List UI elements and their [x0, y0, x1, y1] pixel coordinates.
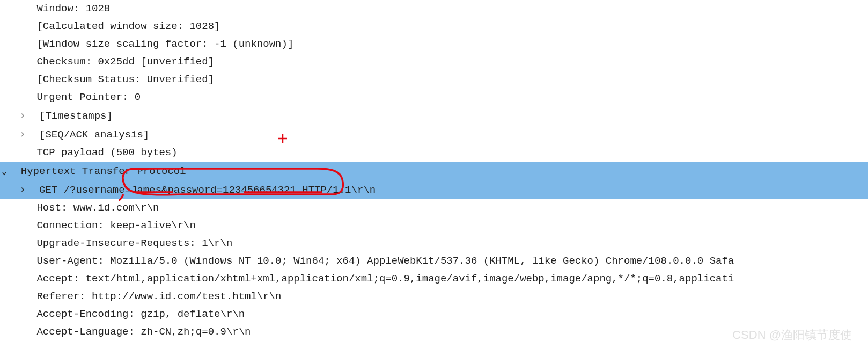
field-http-user-agent[interactable]: User-Agent: Mozilla/5.0 (Windows NT 10.0… — [0, 252, 868, 270]
field-calc-window[interactable]: [Calculated window size: 1028] — [0, 18, 868, 35]
field-http-referer[interactable]: Referer: http://www.id.com/test.html\r\n — [0, 288, 868, 306]
field-http-connection[interactable]: Connection: keep-alive\r\n — [0, 217, 868, 235]
field-http-upgrade-insecure[interactable]: Upgrade-Insecure-Requests: 1\r\n — [0, 235, 868, 252]
field-checksum-status[interactable]: [Checksum Status: Unverified] — [0, 71, 868, 89]
field-http-host[interactable]: Host: www.id.com\r\n — [0, 199, 868, 217]
field-seq-ack[interactable]: › [SEQ/ACK analysis] — [0, 125, 868, 144]
chevron-right-icon[interactable]: › — [18, 125, 27, 143]
packet-details-pane: { "tcp": { "window": "Window: 1028", "ca… — [0, 0, 868, 348]
chevron-down-icon[interactable]: ⌄ — [0, 162, 9, 179]
field-checksum[interactable]: Checksum: 0x25dd [unverified] — [0, 53, 868, 71]
field-timestamps[interactable]: › [Timestamps] — [0, 106, 868, 125]
field-http-request-line[interactable]: › GET /?username=James&password=12345665… — [0, 180, 868, 199]
field-http-accept-encoding[interactable]: Accept-Encoding: gzip, deflate\r\n — [0, 306, 868, 323]
field-scale-factor[interactable]: [Window size scaling factor: -1 (unknown… — [0, 35, 868, 53]
field-urgent-pointer[interactable]: Urgent Pointer: 0 — [0, 89, 868, 106]
chevron-right-icon[interactable]: › — [18, 106, 27, 124]
field-http-accept-language[interactable]: Accept-Language: zh-CN,zh;q=0.9\r\n — [0, 323, 868, 341]
protocol-http[interactable]: ⌄ Hypertext Transfer Protocol — [0, 162, 868, 180]
field-http-accept[interactable]: Accept: text/html,application/xhtml+xml,… — [0, 270, 868, 288]
field-window[interactable]: Window: 1028 — [0, 0, 868, 18]
chevron-right-icon[interactable]: › — [18, 180, 27, 198]
field-tcp-payload[interactable]: TCP payload (500 bytes) — [0, 144, 868, 162]
